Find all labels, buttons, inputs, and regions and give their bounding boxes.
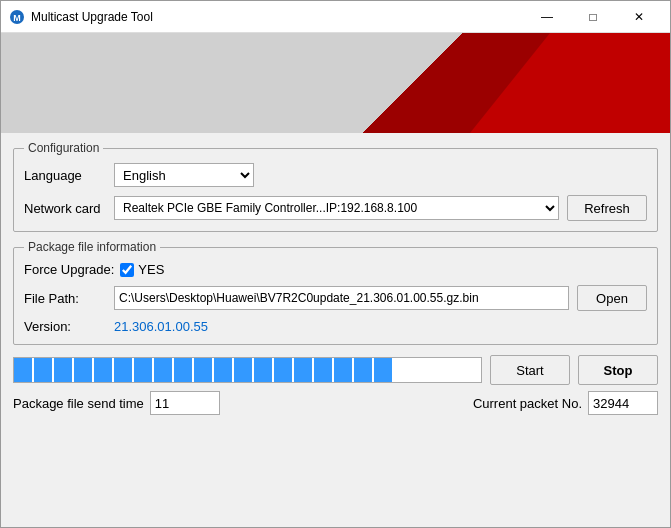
progress-segment <box>34 358 52 382</box>
progress-segment <box>214 358 232 382</box>
force-upgrade-row: Force Upgrade: YES <box>24 262 647 277</box>
file-path-input[interactable] <box>114 286 569 310</box>
version-label: Version: <box>24 319 114 334</box>
progress-segment <box>254 358 272 382</box>
progress-controls-row: Start Stop <box>13 355 658 385</box>
packet-no-group: Current packet No. <box>473 391 658 415</box>
refresh-button[interactable]: Refresh <box>567 195 647 221</box>
send-time-label: Package file send time <box>13 396 144 411</box>
progress-segment <box>174 358 192 382</box>
progress-segment <box>54 358 72 382</box>
network-card-label: Network card <box>24 201 114 216</box>
language-select[interactable]: English <box>114 163 254 187</box>
app-icon: M <box>9 9 25 25</box>
progress-segment <box>154 358 172 382</box>
window-controls: — □ ✕ <box>524 1 662 33</box>
progress-segment <box>274 358 292 382</box>
svg-text:M: M <box>13 13 21 23</box>
progress-segment <box>194 358 212 382</box>
main-content: Configuration Language English Network c… <box>1 133 670 527</box>
version-row: Version: 21.306.01.00.55 <box>24 319 647 334</box>
progress-bar <box>13 357 482 383</box>
progress-segment <box>314 358 332 382</box>
configuration-legend: Configuration <box>24 141 103 155</box>
network-card-row: Network card Realtek PCIe GBE Family Con… <box>24 195 647 221</box>
progress-segment <box>114 358 132 382</box>
minimize-button[interactable]: — <box>524 1 570 33</box>
progress-segment <box>334 358 352 382</box>
progress-bar-inner <box>14 358 394 382</box>
package-info-group: Package file information Force Upgrade: … <box>13 240 658 345</box>
configuration-group: Configuration Language English Network c… <box>13 141 658 232</box>
file-path-label: File Path: <box>24 291 114 306</box>
progress-segment <box>234 358 252 382</box>
send-time-group: Package file send time <box>13 391 220 415</box>
main-window: M Multicast Upgrade Tool — □ ✕ Configura… <box>0 0 671 528</box>
progress-segment <box>94 358 112 382</box>
start-button[interactable]: Start <box>490 355 570 385</box>
open-button[interactable]: Open <box>577 285 647 311</box>
packet-no-value[interactable] <box>588 391 658 415</box>
progress-segment <box>294 358 312 382</box>
stats-row: Package file send time Current packet No… <box>13 391 658 415</box>
stop-button[interactable]: Stop <box>578 355 658 385</box>
bottom-section: Start Stop Package file send time Curren… <box>13 355 658 415</box>
send-time-value[interactable] <box>150 391 220 415</box>
package-info-legend: Package file information <box>24 240 160 254</box>
network-card-select[interactable]: Realtek PCIe GBE Family Controller...IP:… <box>114 196 559 220</box>
banner-accent <box>470 33 670 133</box>
language-label: Language <box>24 168 114 183</box>
version-value: 21.306.01.00.55 <box>114 319 208 334</box>
maximize-button[interactable]: □ <box>570 1 616 33</box>
progress-segment <box>134 358 152 382</box>
close-button[interactable]: ✕ <box>616 1 662 33</box>
file-path-row: File Path: Open <box>24 285 647 311</box>
force-upgrade-label: Force Upgrade: <box>24 262 114 277</box>
progress-segment <box>74 358 92 382</box>
force-upgrade-checkbox[interactable] <box>120 263 134 277</box>
packet-no-label: Current packet No. <box>473 396 582 411</box>
window-title: Multicast Upgrade Tool <box>31 10 524 24</box>
title-bar: M Multicast Upgrade Tool — □ ✕ <box>1 1 670 33</box>
progress-segment <box>374 358 392 382</box>
progress-segment <box>354 358 372 382</box>
force-upgrade-yes: YES <box>138 262 164 277</box>
language-row: Language English <box>24 163 647 187</box>
progress-segment <box>14 358 32 382</box>
app-banner <box>1 33 670 133</box>
